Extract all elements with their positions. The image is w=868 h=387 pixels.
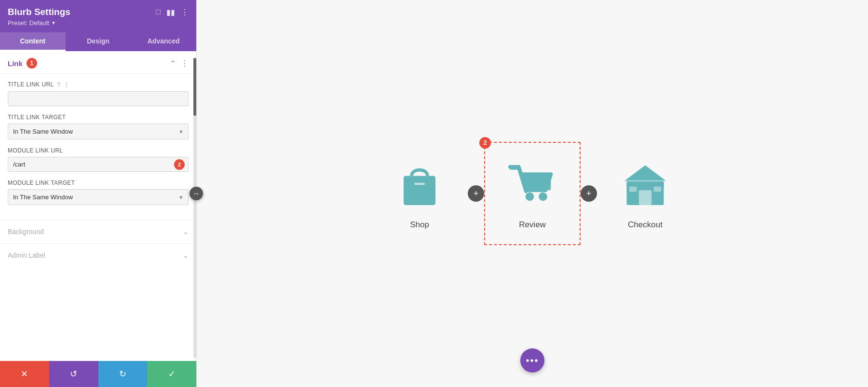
plus-between-shop-review[interactable]: + — [468, 185, 484, 202]
save-icon: ✓ — [168, 369, 176, 379]
save-button[interactable]: ✓ — [147, 361, 196, 387]
blurb-items-row: Shop + 2 Review + — [197, 142, 868, 245]
title-link-url-field: Title Link URL ? ⋮ — [8, 81, 189, 106]
link-form: Title Link URL ? ⋮ Title Link Target In … — [0, 74, 196, 220]
canvas: Shop + 2 Review + — [197, 0, 868, 387]
module-link-url-input[interactable] — [8, 157, 189, 172]
redo-icon: ↻ — [119, 369, 126, 379]
link-section-collapse[interactable]: ⌃ — [170, 59, 176, 68]
svg-rect-0 — [404, 176, 435, 206]
columns-icon[interactable]: ▮▮ — [166, 8, 175, 17]
undo-button[interactable]: ↺ — [49, 361, 98, 387]
svg-rect-7 — [639, 190, 651, 205]
blurb-item-checkout[interactable]: Checkout — [597, 143, 693, 244]
resize-icon: ↔ — [193, 190, 200, 197]
panel-title: Blurb Settings — [8, 7, 70, 17]
expand-icon[interactable]: □ — [156, 8, 161, 16]
background-section[interactable]: Background ⌄ — [0, 220, 196, 243]
settings-panel: Blurb Settings □ ▮▮ ⋮ Preset: Default ▼ … — [0, 0, 197, 387]
redo-button[interactable]: ↻ — [98, 361, 148, 387]
shop-label: Shop — [410, 220, 429, 230]
plus-between-review-checkout[interactable]: + — [581, 185, 597, 202]
fab-icon: ••• — [526, 355, 539, 366]
undo-icon: ↺ — [70, 369, 77, 379]
module-link-url-badge: 2 — [174, 159, 185, 170]
plus-icon-2: + — [586, 189, 592, 199]
cancel-icon: ✕ — [21, 369, 28, 379]
link-section-title: Link — [8, 59, 23, 68]
admin-label-section-title: Admin Label — [8, 251, 45, 259]
svg-rect-1 — [414, 183, 425, 185]
panel-header: Blurb Settings □ ▮▮ ⋮ Preset: Default ▼ — [0, 0, 196, 32]
panel-body: Link 1 ⌃ ⋮ Title Link URL ? ⋮ T — [0, 51, 196, 361]
title-link-target-select[interactable]: In The Same Window In A New Tab — [8, 124, 189, 139]
link-section-more[interactable]: ⋮ — [181, 59, 189, 68]
preset-arrow[interactable]: ▼ — [51, 20, 56, 26]
fab-button[interactable]: ••• — [520, 348, 544, 373]
blurb-item-shop[interactable]: Shop — [371, 143, 468, 244]
panel-footer: ✕ ↺ ↻ ✓ — [0, 361, 196, 387]
review-label: Review — [519, 220, 546, 230]
scrollbar-thumb[interactable] — [193, 58, 196, 116]
admin-label-section[interactable]: Admin Label ⌄ — [0, 243, 196, 267]
module-link-url-field: Module Link URL 2 — [8, 147, 189, 172]
checkout-label: Checkout — [628, 220, 663, 230]
link-section-header: Link 1 ⌃ ⋮ — [0, 51, 196, 74]
title-link-target-label: Title Link Target — [8, 114, 66, 121]
review-selected-badge: 2 — [479, 137, 491, 149]
svg-rect-9 — [654, 187, 661, 192]
background-collapse-icon: ⌄ — [183, 228, 189, 235]
svg-rect-8 — [629, 187, 637, 192]
shop-icon — [393, 157, 446, 212]
review-icon — [506, 157, 559, 212]
tab-advanced[interactable]: Advanced — [131, 32, 196, 51]
resize-handle[interactable]: ↔ — [190, 187, 203, 200]
title-link-url-input[interactable] — [8, 91, 189, 106]
scrollbar[interactable] — [193, 58, 196, 358]
title-link-url-help[interactable]: ? — [57, 81, 61, 88]
more-options-icon[interactable]: ⋮ — [181, 8, 189, 17]
blurb-item-review[interactable]: 2 Review — [484, 142, 581, 245]
tabs-bar: Content Design Advanced — [0, 32, 196, 51]
title-link-url-more[interactable]: ⋮ — [63, 81, 70, 88]
plus-icon-1: + — [474, 189, 479, 199]
admin-label-collapse-icon: ⌄ — [183, 251, 189, 259]
svg-point-3 — [526, 193, 534, 201]
module-link-url-label: Module Link URL — [8, 147, 63, 154]
title-link-url-label: Title Link URL — [8, 81, 54, 88]
title-link-target-field: Title Link Target In The Same Window In … — [8, 114, 189, 139]
module-link-target-label: Module Link Target — [8, 180, 75, 186]
module-link-target-select[interactable]: In The Same Window In A New Tab — [8, 189, 189, 205]
tab-design[interactable]: Design — [66, 32, 131, 51]
background-section-title: Background — [8, 228, 44, 235]
svg-point-4 — [539, 193, 547, 201]
preset-label: Preset: Default — [8, 19, 49, 27]
module-link-target-field: Module Link Target In The Same Window In… — [8, 180, 189, 205]
cancel-button[interactable]: ✕ — [0, 361, 49, 387]
checkout-icon — [619, 157, 672, 212]
link-badge: 1 — [27, 58, 37, 69]
tab-content[interactable]: Content — [0, 32, 66, 51]
